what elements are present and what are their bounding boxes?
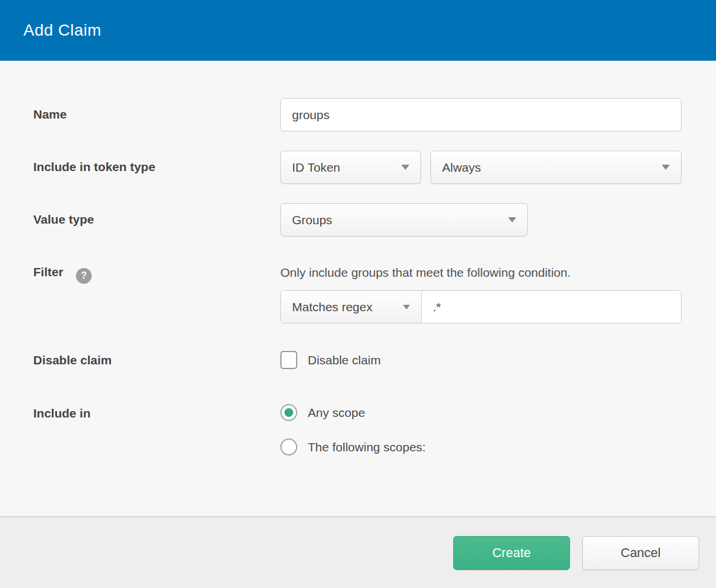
radio-unselected-icon: [280, 439, 297, 455]
filter-regex-input[interactable]: [422, 291, 681, 323]
filter-label-cell: Filter ?: [33, 256, 280, 323]
value-type-label: Value type: [33, 203, 280, 236]
chevron-down-icon: [662, 165, 670, 170]
radio-option-following-scopes[interactable]: The following scopes:: [280, 439, 682, 455]
dialog-footer: Create Cancel: [0, 516, 716, 588]
cancel-button[interactable]: Cancel: [582, 536, 699, 570]
disable-claim-checkbox[interactable]: [280, 351, 297, 369]
disable-claim-label: Disable claim: [33, 351, 280, 369]
dialog-title: Add Claim: [23, 21, 102, 40]
radio-any-scope-label: Any scope: [308, 406, 365, 420]
chevron-down-icon: [403, 305, 410, 309]
value-type-dropdown[interactable]: Groups: [280, 203, 528, 236]
chevron-down-icon: [508, 217, 516, 222]
chevron-down-icon: [401, 165, 409, 170]
filter-match-dropdown[interactable]: Matches regex: [281, 291, 422, 323]
radio-dot: [284, 408, 293, 417]
include-in-controls: Any scope The following scopes:: [280, 404, 682, 455]
name-input[interactable]: [280, 98, 682, 131]
token-behavior-dropdown[interactable]: Always: [430, 151, 682, 184]
filter-combo: Matches regex: [280, 290, 682, 323]
token-behavior-dropdown-value: Always: [442, 161, 481, 175]
form-row-disable-claim: Disable claim Disable claim: [33, 351, 682, 369]
radio-option-any-scope[interactable]: Any scope: [280, 404, 682, 421]
create-button[interactable]: Create: [453, 536, 570, 570]
help-icon[interactable]: ?: [76, 268, 92, 284]
include-in-label: Include in: [33, 404, 280, 455]
disable-claim-checkbox-label[interactable]: Disable claim: [308, 353, 381, 367]
token-type-dropdown[interactable]: ID Token: [280, 151, 421, 184]
token-type-controls: ID Token Always: [280, 151, 682, 184]
form-row-value-type: Value type Groups: [33, 203, 682, 236]
token-type-dropdown-value: ID Token: [292, 161, 340, 175]
filter-controls: Only include groups that meet the follow…: [280, 256, 682, 323]
form-row-include-in: Include in Any scope The following scope…: [33, 404, 682, 455]
value-type-dropdown-value: Groups: [292, 213, 332, 227]
filter-label: Filter: [33, 265, 63, 279]
name-controls: [280, 98, 682, 131]
disable-claim-controls: Disable claim: [280, 351, 682, 369]
filter-condition-text: Only include groups that meet the follow…: [280, 256, 682, 281]
radio-selected-icon: [280, 404, 297, 421]
dialog-header: Add Claim: [0, 0, 716, 61]
filter-match-dropdown-value: Matches regex: [292, 300, 373, 314]
form-row-token-type: Include in token type ID Token Always: [33, 151, 682, 184]
add-claim-dialog: Add Claim Name Include in token type ID …: [0, 0, 716, 588]
radio-dot: [284, 443, 293, 451]
radio-following-scopes-label: The following scopes:: [308, 440, 426, 454]
form-row-filter: Filter ? Only include groups that meet t…: [33, 256, 682, 323]
token-type-label: Include in token type: [33, 151, 280, 184]
dialog-body: Name Include in token type ID Token Alwa…: [0, 61, 716, 516]
form-row-name: Name: [33, 98, 682, 131]
value-type-controls: Groups: [280, 203, 682, 236]
name-label: Name: [33, 98, 280, 131]
